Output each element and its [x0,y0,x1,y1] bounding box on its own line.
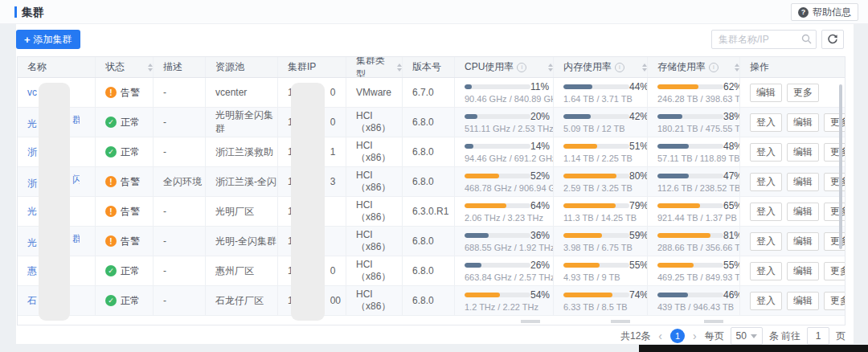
description-cell: - [154,108,206,137]
cpu-usage-cell: 54% 1.2 THz / 2.22 THz [455,286,554,315]
action-button-更多[interactable]: 更多 [787,84,819,102]
memory-usage-cell: 79% 11.3 TB / 14.25 TB [554,197,648,226]
memory-usage-cell: 51% 1.14 TB / 2.25 TB [554,137,648,166]
action-button-编辑[interactable]: 编辑 [787,113,819,132]
memory-usage-bar [563,233,629,238]
plus-icon: + [24,34,31,46]
storage-usage-cell: 62% 246.28 TB / 398.63 TB [648,78,740,107]
action-button-登入[interactable]: 登入 [750,173,782,191]
table-row: 浙 ✓ 正常 - 浙江兰溪救助 11 HCI（x86） 6.8.0 14% 94… [18,137,845,167]
goto-page-input[interactable] [807,327,829,345]
action-button-编辑[interactable]: 编辑 [787,203,819,221]
resource-pool-cell: 惠州厂区 [206,256,278,285]
table-row: 光群 ✓ 正常 - 光明新全闪集群 10 HCI（x86） 6.8.0 20% … [18,108,845,137]
version-cell: 6.8.0 [403,286,455,315]
actions-cell: 登入编辑更多 [740,286,845,315]
storage-usage-cell: 65% 921.44 TB / 1.37 PB [648,197,740,226]
name-redaction-overlay [39,83,70,321]
action-button-登入[interactable]: 登入 [750,203,782,221]
cluster-type-cell: HCI（x86） [346,256,403,285]
action-button-登入[interactable]: 登入 [750,262,782,280]
next-page-arrow[interactable]: › [691,329,698,342]
title-accent-bar [14,6,17,18]
action-button-编辑[interactable]: 编辑 [787,292,819,310]
column-header-状态[interactable]: 状态 [96,57,154,77]
sort-icon[interactable] [148,63,153,72]
action-button-编辑[interactable]: 编辑 [787,143,819,162]
memory-usage-cell: 55% 4.93 TB / 9 TB [554,256,648,285]
success-icon: ✓ [105,295,117,306]
clipped-row-text [704,320,723,323]
action-button-编辑[interactable]: 编辑 [787,262,819,280]
memory-usage-bar [563,263,629,268]
memory-usage-bar [563,174,629,178]
sort-icon[interactable] [735,63,739,72]
info-icon[interactable]: i [615,63,624,72]
table-row: 惠 ✓ 正常 - 惠州厂区 10 HCI（x86） 6.8.0 26% 663.… [18,256,845,286]
page-size-select[interactable]: 50 [731,327,763,345]
per-page-label: 每页 [705,329,724,343]
ip-redaction-overlay [291,83,325,321]
action-button-编辑[interactable]: 编辑 [787,173,819,191]
search-icon[interactable] [801,34,812,44]
memory-usage-bar [563,84,629,89]
sort-icon[interactable] [642,63,647,72]
column-header-集群类型[interactable]: 集群类型 [346,57,403,77]
version-cell: 6.7.0 [403,78,455,107]
success-icon: ✓ [105,146,117,158]
storage-usage-cell: 81% 288.66 TB / 356.66 TB [648,227,740,256]
description-cell: - [154,286,206,315]
help-button[interactable]: ? 帮助信息 [791,3,858,21]
column-header-名称: 名称 [18,57,96,77]
prev-page-arrow[interactable]: ‹ [657,329,664,342]
storage-usage-bar [657,233,723,238]
action-button-登入[interactable]: 登入 [750,232,782,251]
action-button-登入[interactable]: 登入 [750,143,782,162]
title-bar: 集群 ? 帮助信息 [0,0,868,24]
add-cluster-button[interactable]: + 添加集群 [16,30,80,49]
cluster-management-page: 集群 ? 帮助信息 + 添加集群 名称 状态 [0,0,868,352]
resource-pool-cell: 浙江兰溪救助 [206,137,278,166]
info-icon[interactable]: i [709,63,719,72]
cluster-table: 名称 状态 描述 资源池 集群IP 集群类型 版本号 [17,56,845,325]
description-cell: - [154,227,206,256]
info-icon[interactable]: i [517,63,526,72]
action-button-更多[interactable]: 更多 [824,292,845,310]
storage-usage-bar [657,293,723,297]
storage-usage-bar [657,174,723,178]
sort-icon[interactable] [397,63,402,72]
action-button-登入[interactable]: 登入 [750,113,782,132]
column-header-存储使用率[interactable]: 存储使用率 i [648,57,740,77]
memory-usage-cell: 44% 1.64 TB / 3.71 TB [554,78,648,107]
table-scrollbar[interactable] [839,84,842,249]
memory-usage-bar [563,203,629,208]
cluster-type-cell: HCI（x86） [346,227,403,256]
current-page-button[interactable]: 1 [670,329,685,343]
action-button-编辑[interactable]: 编辑 [750,84,782,102]
description-cell: - [154,137,206,166]
table-header-row: 名称 状态 描述 资源池 集群IP 集群类型 版本号 [18,57,845,78]
description-cell: 全闪环境 [154,167,206,196]
actions-cell: 登入编辑更多 [740,108,845,137]
storage-usage-bar [657,84,723,89]
sort-icon[interactable] [548,63,553,72]
memory-usage-cell: 74% 6.33 TB / 8.5 TB [554,286,648,315]
success-icon: ✓ [105,117,117,128]
action-button-更多[interactable]: 更多 [824,262,845,280]
column-header-CPU使用率[interactable]: CPU使用率 i [455,57,554,77]
resource-pool-cell: 光明新全闪集群 [206,108,278,137]
column-header-资源池: 资源池 [206,57,278,77]
status-cell: ✓ 正常 [96,108,154,137]
actions-cell: 登入编辑更多 [740,227,845,256]
column-header-内存使用率[interactable]: 内存使用率 i [554,57,648,77]
table-row: 浙闪 ! 告警 全闪环境 浙江兰溪-全闪 13 HCI（x86） 6.8.0 5… [18,167,845,197]
status-cell: ! 告警 [96,167,154,196]
status-cell: ! 告警 [96,78,154,107]
action-button-编辑[interactable]: 编辑 [787,232,819,251]
refresh-button[interactable] [821,30,844,49]
warning-icon: ! [105,235,117,247]
cpu-usage-bar [465,233,530,238]
action-button-登入[interactable]: 登入 [750,292,782,310]
status-cell: ✓ 正常 [96,256,154,285]
storage-usage-cell: 46% 439 TB / 946.43 TB [648,286,740,315]
